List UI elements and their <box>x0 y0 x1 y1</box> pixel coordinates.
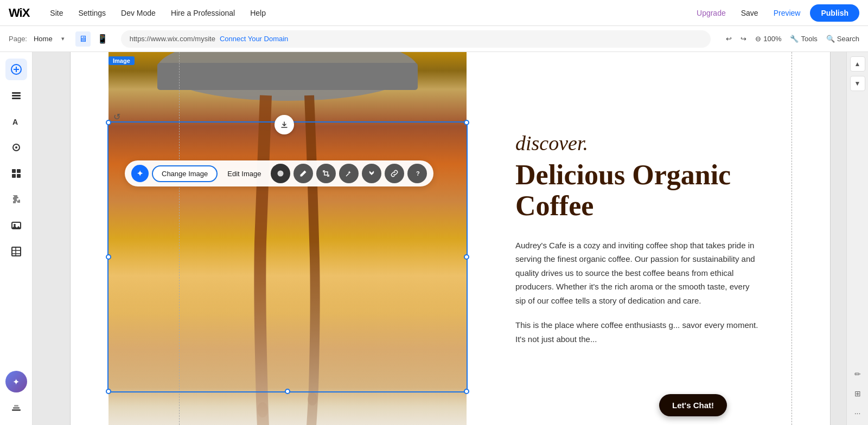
url-text: https://www.wix.com/mysite <box>130 35 215 43</box>
rotate-handle[interactable]: ↺ <box>113 112 124 123</box>
sidebar-layers-icon[interactable] <box>5 85 27 106</box>
sidebar-table-icon[interactable] <box>5 241 27 262</box>
guide-right <box>792 52 792 425</box>
sidebar-typography-icon[interactable] <box>5 137 27 158</box>
undo-button[interactable]: ↩ <box>726 35 732 43</box>
svg-rect-21 <box>14 405 18 407</box>
svg-text:?: ? <box>416 170 420 177</box>
headline-text: Delicious Organic Coffee <box>515 159 760 221</box>
image-container[interactable] <box>108 52 467 425</box>
url-display[interactable]: https://www.wix.com/mysite Connect Your … <box>121 30 711 48</box>
body-text-1: Audrey's Cafe is a cozy and inviting cof… <box>515 239 760 308</box>
page-name[interactable]: Home <box>34 35 53 43</box>
sidebar-apps-icon[interactable] <box>5 163 27 184</box>
svg-rect-3 <box>12 92 21 94</box>
download-handle[interactable] <box>275 115 294 134</box>
discover-text: discover. <box>515 131 760 155</box>
search-icon: 🔍 <box>826 35 835 43</box>
page-label: Page: <box>9 35 27 43</box>
connect-domain-link[interactable]: Connect Your Domain <box>220 35 288 43</box>
main-area: A ✦ <box>0 52 868 425</box>
wix-logo: WiX <box>9 6 29 20</box>
url-bar: Page: Home ▾ 🖥 📱 https://www.wix.com/mys… <box>0 26 868 52</box>
svg-rect-28 <box>108 242 467 425</box>
svg-rect-23 <box>157 63 418 90</box>
text-section: discover. Delicious Organic Coffee Audre… <box>483 52 781 425</box>
body-text-2: This is the place where coffee enthusias… <box>515 318 760 346</box>
expand-icon[interactable]: ⊞ <box>850 386 865 401</box>
svg-rect-4 <box>12 95 21 96</box>
sidebar-ai-button[interactable]: ✦ <box>5 371 27 392</box>
zoom-control[interactable]: ⊖ 100% <box>755 35 781 43</box>
search-button[interactable]: 🔍 Search <box>826 35 859 43</box>
undo-icon: ↩ <box>726 35 732 43</box>
svg-rect-30 <box>324 172 328 175</box>
chat-button[interactable]: Let's Chat! <box>659 394 727 416</box>
svg-rect-11 <box>12 174 16 178</box>
nav-settings[interactable]: Settings <box>71 0 113 26</box>
right-panel: ▲ ▼ ✏ ⊞ ··· <box>846 52 868 425</box>
desktop-view-icon[interactable]: 🖥 <box>75 31 91 47</box>
svg-rect-10 <box>17 169 21 173</box>
svg-rect-9 <box>12 169 16 173</box>
sidebar-media-icon[interactable] <box>5 215 27 236</box>
edit-image-button[interactable]: Edit Image <box>221 166 267 181</box>
svg-rect-15 <box>12 247 21 256</box>
top-navigation: WiX Site Settings Dev Mode Hire a Profes… <box>0 0 868 26</box>
scroll-up-button[interactable]: ▲ <box>850 56 865 72</box>
save-button[interactable]: Save <box>736 9 764 17</box>
sidebar-puzzle-icon[interactable] <box>5 189 27 210</box>
svg-rect-5 <box>12 98 21 99</box>
tools-icon: 🔧 <box>790 35 799 43</box>
nav-dev-mode[interactable]: Dev Mode <box>113 0 163 26</box>
sidebar-stacking-icon[interactable] <box>5 397 27 418</box>
mobile-view-icon[interactable]: 📱 <box>95 31 110 47</box>
page-canvas: Image ↺ ✦ Change Image <box>71 52 830 425</box>
svg-rect-12 <box>17 174 21 178</box>
nav-hire-professional[interactable]: Hire a Professional <box>163 0 242 26</box>
wix-sparkle-icon[interactable]: ✦ <box>131 165 149 182</box>
zoom-value: 100% <box>763 35 781 43</box>
preview-button[interactable]: Preview <box>768 9 806 17</box>
publish-button[interactable]: Publish <box>810 4 859 22</box>
change-image-button[interactable]: Change Image <box>152 165 218 182</box>
nav-help[interactable]: Help <box>242 0 273 26</box>
canvas-area[interactable]: Image ↺ ✦ Change Image <box>33 52 868 425</box>
link-icon-button[interactable] <box>385 164 404 183</box>
svg-rect-19 <box>12 409 21 411</box>
zoom-out-icon: ⊖ <box>755 35 761 43</box>
image-label-tag: Image <box>108 56 135 65</box>
coffee-image[interactable] <box>108 52 467 425</box>
crop-icon-button[interactable] <box>316 164 336 183</box>
svg-point-8 <box>15 146 17 149</box>
guide-left <box>179 52 180 425</box>
redo-button[interactable]: ↪ <box>741 35 746 43</box>
sidebar-text-icon[interactable]: A <box>5 111 27 132</box>
settings-icon-button[interactable] <box>271 164 290 183</box>
svg-line-31 <box>346 173 349 176</box>
redo-icon: ↪ <box>741 35 746 43</box>
help-icon-button[interactable]: ? <box>407 164 427 183</box>
pen-tool-icon[interactable]: ✏ <box>850 366 865 382</box>
double-chevron-icon-button[interactable] <box>362 164 381 183</box>
upgrade-button[interactable]: Upgrade <box>691 9 731 17</box>
nav-site[interactable]: Site <box>42 0 71 26</box>
sidebar-add-icon[interactable] <box>5 59 27 80</box>
more-options-icon[interactable]: ··· <box>850 405 865 421</box>
magic-wand-icon-button[interactable] <box>339 164 359 183</box>
svg-text:A: A <box>12 118 18 126</box>
left-sidebar: A ✦ <box>0 52 33 425</box>
image-toolbar: ✦ Change Image Edit Image <box>125 160 433 186</box>
chevron-down-icon[interactable]: ▾ <box>61 35 65 42</box>
tools-button[interactable]: 🔧 Tools <box>790 35 817 43</box>
scroll-down-button[interactable]: ▼ <box>850 76 865 91</box>
svg-rect-20 <box>13 407 20 409</box>
pen-icon-button[interactable] <box>293 164 313 183</box>
